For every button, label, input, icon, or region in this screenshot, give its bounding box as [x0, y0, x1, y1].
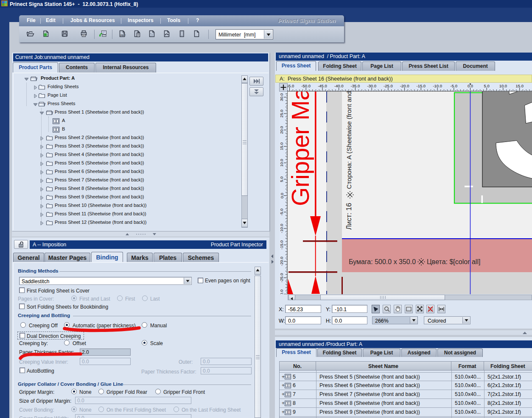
svg-text:-35.0: -35.0: [351, 84, 360, 88]
svg-text:-40.0: -40.0: [334, 84, 344, 88]
svg-text:30.0: 30.0: [280, 93, 284, 101]
svg-text:-30.0: -30.0: [280, 290, 284, 294]
svg-text:-25.0: -25.0: [280, 273, 284, 282]
svg-text:-30.0: -30.0: [367, 84, 376, 88]
svg-text:Gripper Margin: Gripper Margin: [288, 92, 314, 206]
svg-text:-5.0: -5.0: [280, 209, 284, 215]
svg-text:5.0: 5.0: [484, 84, 490, 88]
svg-text:15.0: 15.0: [280, 142, 284, 150]
svg-text:20.0: 20.0: [280, 126, 284, 134]
svg-text:-5.0: -5.0: [451, 84, 457, 88]
svg-text:-15.0: -15.0: [280, 240, 284, 250]
svg-text:-25.0: -25.0: [384, 84, 393, 88]
svg-text:-10.0: -10.0: [433, 84, 442, 88]
svg-text:15.0: 15.0: [515, 84, 524, 88]
svg-text:0.0: 0.0: [280, 193, 284, 198]
svg-text:ABC: ABC: [120, 34, 126, 36]
svg-text:Сторона: A (Sheetwise (front a: Сторона: A (Sheetwise (front and b: [345, 92, 353, 189]
svg-text:Бумага: 500.0 x 350.0: Бумага: 500.0 x 350.0: [349, 258, 416, 265]
svg-text:5.0: 5.0: [280, 176, 284, 182]
svg-text:-45.0: -45.0: [318, 84, 327, 88]
svg-text:10.0: 10.0: [499, 84, 507, 88]
svg-text:Лист: 16: Лист: 16: [345, 203, 353, 230]
svg-text:25.0: 25.0: [280, 110, 284, 118]
svg-text:-10.0: -10.0: [280, 224, 284, 233]
svg-text:-55.0: -55.0: [288, 84, 294, 88]
svg-text:-50.0: -50.0: [301, 84, 311, 88]
svg-text:-15.0: -15.0: [416, 84, 426, 88]
svg-text:-20.0: -20.0: [280, 257, 284, 266]
svg-text:-20.0: -20.0: [400, 84, 409, 88]
svg-text:Цвета: $[color all]: Цвета: $[color all]: [427, 258, 480, 265]
svg-text:10.0: 10.0: [280, 159, 284, 167]
svg-text:0.0: 0.0: [468, 84, 473, 88]
